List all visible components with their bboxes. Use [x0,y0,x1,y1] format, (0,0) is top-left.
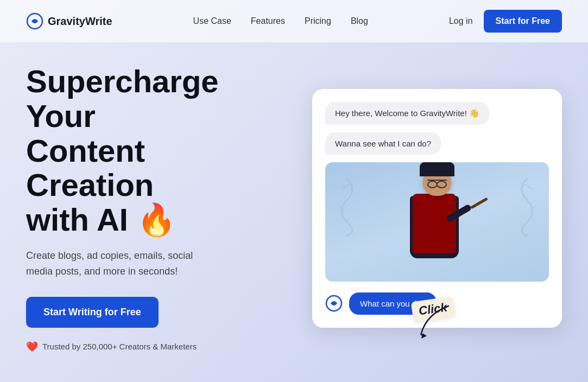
chat-footer: What can you do? Click [325,292,549,315]
nav-blog[interactable]: Blog [351,16,368,26]
trust-text: Trusted by 250,000+ Creators & Marketers [42,342,197,351]
swirl-left-icon [331,173,363,238]
hero-section: Supercharge Your Content Creation with A… [0,42,588,364]
heart-icon: ❤️ [26,341,38,353]
nav-features[interactable]: Features [251,16,285,26]
character-wand [470,197,488,209]
hero-subtext: Create blogs, ad copies, emails, social … [26,248,211,279]
swirl-right-icon [511,173,543,238]
logo-link[interactable]: GravityWrite [26,12,112,30]
character-head [423,168,451,196]
character-body [413,194,456,253]
cta-button[interactable]: Start Writing for Free [26,297,159,328]
logo-icon [26,12,43,30]
svg-line-3 [524,184,533,189]
hero-right: Hey there, Welcome to GravityWrite! 👋 Wa… [312,89,562,328]
login-button[interactable]: Log in [449,16,473,26]
hero-left: Supercharge Your Content Creation with A… [26,64,254,353]
chat-logo-icon [325,295,343,312]
chat-widget: Hey there, Welcome to GravityWrite! 👋 Wa… [312,89,562,328]
character-glasses [427,180,447,185]
chat-message-2: Wanna see what I can do? [325,132,441,155]
trust-badge: ❤️ Trusted by 250,000+ Creators & Market… [26,341,254,353]
nav-links: Use Case Features Pricing Blog [193,16,368,26]
chat-image [325,162,549,282]
nav-use-case[interactable]: Use Case [193,16,231,26]
navbar: GravityWrite Use Case Features Pricing B… [0,0,588,42]
arrow-icon [416,303,459,341]
heading-line2: Content Creation [26,133,154,203]
nav-actions: Log in Start for Free [449,10,562,33]
svg-line-1 [342,184,350,189]
heading-line3: with AI 🔥 [26,202,176,237]
logo-text: GravityWrite [48,15,112,28]
start-for-free-button[interactable]: Start for Free [484,10,562,33]
nav-pricing[interactable]: Pricing [305,16,331,26]
hero-heading: Supercharge Your Content Creation with A… [26,64,254,237]
chat-message-1: Hey there, Welcome to GravityWrite! 👋 [325,102,489,125]
image-placeholder [325,162,549,282]
character-figure [402,168,472,276]
character-arm [445,203,472,222]
heading-line1: Supercharge Your [26,63,219,133]
